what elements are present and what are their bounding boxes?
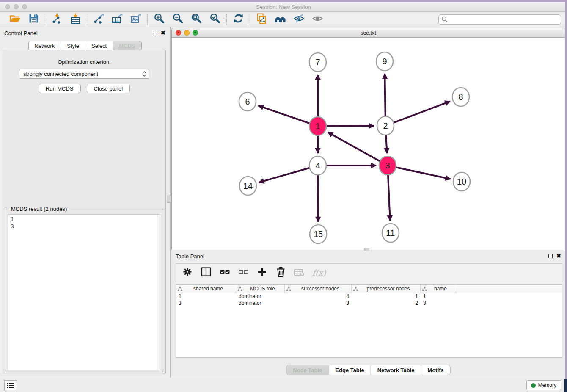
delete-table-button xyxy=(294,267,305,279)
cell[interactable]: 4 xyxy=(285,293,352,300)
export-image-button[interactable] xyxy=(130,14,142,25)
run-mcds-button[interactable]: Run MCDS xyxy=(39,84,81,93)
table-row[interactable]: 1dominator411 xyxy=(176,293,562,300)
cell[interactable]: 3 xyxy=(176,300,236,306)
refresh-button[interactable] xyxy=(232,14,244,25)
zoom-out-icon xyxy=(172,13,184,26)
import-network-button[interactable] xyxy=(51,14,63,25)
mcds-result-scrollbar[interactable] xyxy=(157,215,161,370)
tree-icon xyxy=(353,287,358,291)
hide-graphics-details-icon xyxy=(293,13,305,26)
tab-network[interactable]: Network xyxy=(28,41,61,50)
node-7[interactable]: 7 xyxy=(309,53,326,72)
table-panel: Table Panel ✖ f(x) shared nameMCDS roles… xyxy=(171,251,565,378)
close-mcds-panel-button[interactable]: Close panel xyxy=(87,84,130,93)
export-table-icon xyxy=(112,13,123,26)
node-14[interactable]: 14 xyxy=(239,177,256,195)
cell[interactable]: dominator xyxy=(236,300,285,306)
tab-select[interactable]: Select xyxy=(85,41,113,50)
column-header-predecessor-nodes[interactable]: predecessor nodes xyxy=(352,285,421,293)
cell[interactable]: 1 xyxy=(176,293,236,300)
memory-button[interactable]: Memory xyxy=(526,380,561,390)
node-8[interactable]: 8 xyxy=(452,88,469,106)
network-maximize-button[interactable]: + xyxy=(193,30,198,36)
table-row[interactable]: 3dominator323 xyxy=(176,300,562,306)
task-history-button[interactable] xyxy=(4,380,17,390)
node-15[interactable]: 15 xyxy=(310,225,327,243)
tree-icon xyxy=(238,287,242,291)
edge-3-1[interactable] xyxy=(328,132,388,166)
memory-label: Memory xyxy=(538,382,556,388)
select-all-button[interactable] xyxy=(219,267,231,279)
edge-3-10[interactable] xyxy=(388,166,451,179)
tab-edge-table[interactable]: Edge Table xyxy=(329,365,371,375)
network-window-titlebar: × – + scc.txt xyxy=(172,28,565,38)
edge-1-6[interactable] xyxy=(258,106,318,126)
column-header-shared-name[interactable]: shared name xyxy=(176,285,236,293)
first-neighbors-button[interactable] xyxy=(274,14,286,25)
export-image-icon xyxy=(130,13,142,26)
memory-status-icon xyxy=(531,383,536,388)
horizontal-splitter-handle[interactable] xyxy=(364,248,369,251)
zoom-out-button[interactable] xyxy=(172,14,184,25)
delete-row-button[interactable] xyxy=(275,267,286,279)
cell[interactable]: dominator xyxy=(236,293,285,300)
add-row-button[interactable] xyxy=(256,267,268,279)
cell[interactable]: 3 xyxy=(421,300,456,306)
column-header-MCDS-role[interactable]: MCDS role xyxy=(236,285,285,293)
node-11[interactable]: 11 xyxy=(382,224,399,242)
cell[interactable]: 1 xyxy=(352,293,421,300)
open-session-button[interactable] xyxy=(9,14,21,25)
node-1[interactable]: 1 xyxy=(309,117,326,135)
tab-mcds[interactable]: MCDS xyxy=(113,41,141,50)
node-6[interactable]: 6 xyxy=(239,92,256,111)
settings-button[interactable] xyxy=(182,267,193,279)
import-table-button[interactable] xyxy=(69,14,81,25)
close-panel-button[interactable]: ✖ xyxy=(161,31,165,35)
cell[interactable]: 2 xyxy=(352,300,421,306)
zoom-fit-icon xyxy=(191,13,202,26)
column-header-successor-nodes[interactable]: successor nodes xyxy=(285,285,352,293)
cell[interactable]: 3 xyxy=(285,300,352,306)
column-header-name[interactable]: name xyxy=(421,285,456,293)
save-session-button[interactable] xyxy=(28,14,39,25)
show-graphics-details-button[interactable] xyxy=(311,14,323,25)
search-input[interactable] xyxy=(438,14,561,25)
zoom-fit-button[interactable] xyxy=(190,14,202,25)
control-panel: Control Panel ✖ NetworkStyleSelectMCDS O… xyxy=(0,27,171,378)
tab-network-table[interactable]: Network Table xyxy=(371,365,421,375)
tab-style[interactable]: Style xyxy=(61,41,85,50)
float-table-panel-button[interactable] xyxy=(548,254,553,258)
tab-node-table[interactable]: Node Table xyxy=(286,365,329,375)
deselect-all-button[interactable] xyxy=(238,267,249,279)
float-panel-button[interactable] xyxy=(153,31,157,35)
new-network-from-selection-button[interactable] xyxy=(256,14,267,25)
node-4[interactable]: 4 xyxy=(309,156,326,175)
function-builder-icon: f(x) xyxy=(312,268,326,277)
split-panel-button[interactable] xyxy=(201,267,212,279)
node-10[interactable]: 10 xyxy=(453,172,470,191)
optimization-criterion-select[interactable]: strongly connected component xyxy=(19,69,149,79)
network-minimize-button[interactable]: – xyxy=(184,30,190,36)
tab-motifs[interactable]: Motifs xyxy=(421,365,450,375)
cell[interactable]: 1 xyxy=(421,293,456,300)
zoom-in-button[interactable] xyxy=(153,14,165,25)
edge-2-8[interactable] xyxy=(385,101,450,126)
network-close-button[interactable]: × xyxy=(176,30,181,36)
hide-graphics-details-button[interactable] xyxy=(293,14,305,25)
close-table-panel-button[interactable]: ✖ xyxy=(556,254,561,258)
export-table-button[interactable] xyxy=(111,14,123,25)
mcds-result-textarea[interactable]: 1 3 xyxy=(8,214,161,370)
node-2[interactable]: 2 xyxy=(377,116,394,135)
node-3[interactable]: 3 xyxy=(379,156,396,175)
delete-row-icon xyxy=(275,266,286,279)
zoom-selected-button[interactable] xyxy=(209,14,221,25)
settings-icon xyxy=(182,266,193,279)
export-network-button[interactable] xyxy=(93,14,105,25)
network-canvas[interactable]: 1234678910111415 xyxy=(172,38,565,250)
vertical-splitter-handle[interactable] xyxy=(167,196,171,203)
edge-4-14[interactable] xyxy=(259,166,318,182)
mcds-result-group: MCDS result (2 nodes) 1 3 xyxy=(6,209,163,372)
node-9[interactable]: 9 xyxy=(376,52,393,71)
titlebar: Session: New Session xyxy=(0,2,567,12)
